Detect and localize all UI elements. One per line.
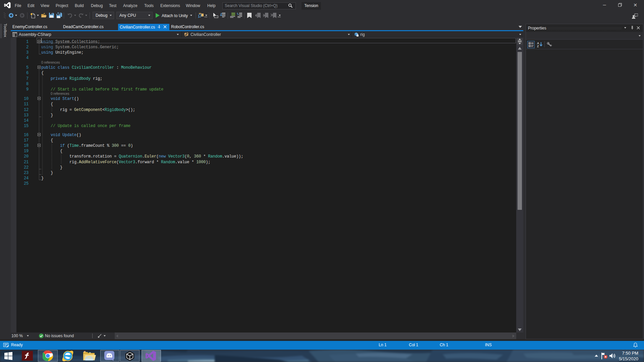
svg-text:Z: Z — [537, 45, 539, 48]
